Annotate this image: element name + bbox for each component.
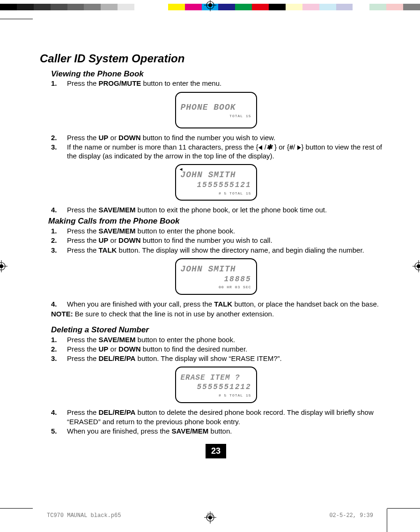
lcd-erase-item: ERASE ITEM ? 5555551212 # 5 TOTAL 15 bbox=[175, 367, 257, 403]
step-number: 1. bbox=[51, 79, 60, 88]
lcd-line1: PHONE BOOK bbox=[181, 102, 251, 113]
step-number: 2. bbox=[51, 236, 60, 245]
crop-mark bbox=[387, 508, 420, 509]
lcd-john-smith-number: ◀ JOHN SMITH 1555555121 # 5 TOTAL 15 bbox=[175, 164, 257, 201]
step: 5.When you are finished, press the SAVE/… bbox=[51, 427, 392, 435]
step: 1.Press the SAVE/MEM button to enter the… bbox=[51, 335, 392, 344]
lcd-line2: 18885 bbox=[181, 275, 251, 284]
lcd-status: # 5 TOTAL 15 bbox=[181, 393, 251, 398]
step-text: Press the SAVE/MEM button to enter the p… bbox=[67, 335, 392, 344]
step-number: 4. bbox=[51, 205, 60, 214]
note: NOTE: Be sure to check that the line is … bbox=[51, 309, 392, 318]
step-text: Press the UP or DOWN button to find the … bbox=[67, 345, 392, 353]
crop-mark bbox=[0, 508, 33, 509]
step-text: Press the DEL/RE/PA button. The display … bbox=[67, 354, 392, 363]
footer-date: 02-5-22, 9:39 bbox=[329, 512, 373, 519]
step: 4.Press the DEL/RE/PA button to delete t… bbox=[51, 408, 392, 426]
lcd-status: TOTAL 15 bbox=[181, 114, 251, 119]
step: 2. Press the UP or DOWN button to find t… bbox=[51, 133, 392, 142]
lcd-line1: JOHN SMITH bbox=[181, 170, 251, 180]
step: 2.Press the UP or DOWN button to find th… bbox=[51, 345, 392, 353]
step-number: 3. bbox=[51, 246, 60, 255]
page-title: Caller ID System Operation bbox=[40, 52, 392, 66]
crop-mark bbox=[0, 19, 33, 19]
step: 1. Press the PROG/MUTE button to enter t… bbox=[51, 79, 392, 88]
step-number: 4. bbox=[51, 408, 60, 426]
lcd-line2: 5555551212 bbox=[181, 382, 251, 392]
lcd-status: # 5 TOTAL 15 bbox=[181, 191, 251, 196]
step-text: Press the DEL/RE/PA button to delete the… bbox=[67, 408, 392, 426]
step-text: Press the PROG/MUTE button to enter the … bbox=[67, 79, 392, 88]
step-text: When you are finished, press the SAVE/ME… bbox=[67, 427, 392, 435]
lcd-line1: JOHN SMITH bbox=[181, 264, 251, 275]
triangle-left-icon bbox=[258, 145, 262, 150]
step-number: 2. bbox=[51, 133, 60, 142]
step-text: Press the SAVE/MEM button to exit the ph… bbox=[67, 205, 392, 214]
step: 3.Press the DEL/RE/PA button. The displa… bbox=[51, 354, 392, 363]
step: 2.Press the UP or DOWN button to find th… bbox=[51, 236, 392, 245]
page-number-box: 23 bbox=[40, 444, 392, 458]
registration-mark-top bbox=[204, 0, 216, 11]
lcd-line1: ERASE ITEM ? bbox=[181, 373, 251, 382]
crop-mark bbox=[387, 509, 387, 532]
registration-mark-right bbox=[413, 260, 420, 272]
step-number: 1. bbox=[51, 335, 60, 344]
step-text: Press the UP or DOWN button to find the … bbox=[67, 133, 392, 142]
page-number: 23 bbox=[206, 444, 226, 458]
lcd-left-arrow-icon: ◀ bbox=[180, 167, 183, 173]
step-number: 1. bbox=[51, 226, 60, 235]
step: 3.Press the TALK button. The display wil… bbox=[51, 246, 392, 255]
lcd-status: 00 HR 03 SEC bbox=[181, 285, 251, 290]
step-number: 3. bbox=[51, 142, 60, 160]
star-icon: ✱ bbox=[266, 143, 273, 151]
lcd-line2: 1555555121 bbox=[181, 180, 251, 190]
step-text: Press the TALK button. The display will … bbox=[67, 246, 392, 255]
step-number: 3. bbox=[51, 354, 60, 363]
step: 4.When you are finished with your call, … bbox=[51, 300, 392, 308]
step: 3. If the name or number is more than 11… bbox=[51, 142, 392, 160]
section-viewing-title: Viewing the Phone Book bbox=[51, 69, 392, 79]
section-delete-title: Deleting a Stored Number bbox=[51, 325, 392, 335]
step: 4. Press the SAVE/MEM button to exit the… bbox=[51, 205, 392, 214]
step-text: Press the UP or DOWN button to find the … bbox=[67, 236, 392, 245]
hash-icon: # bbox=[289, 143, 293, 151]
step-text: If the name or number is more than 11 ch… bbox=[67, 142, 392, 160]
page-content: Caller ID System Operation Viewing the P… bbox=[40, 52, 392, 487]
lcd-phone-book: PHONE BOOK TOTAL 15 bbox=[175, 92, 257, 128]
print-footer: TC970 MAUNAL black.p65 23 02-5-22, 9:39 bbox=[47, 512, 373, 519]
footer-page: 23 bbox=[206, 512, 213, 519]
step-number: 2. bbox=[51, 345, 60, 353]
section-calls-title: Making Calls from the Phone Book bbox=[48, 216, 392, 226]
step: 1.Press the SAVE/MEM button to enter the… bbox=[51, 226, 392, 235]
step-number: 5. bbox=[51, 427, 60, 435]
lcd-dialing: JOHN SMITH 18885 00 HR 03 SEC bbox=[175, 258, 257, 295]
footer-file: TC970 MAUNAL black.p65 bbox=[47, 512, 121, 519]
step-text: When you are finished with your call, pr… bbox=[67, 300, 392, 308]
registration-mark-left bbox=[0, 260, 7, 272]
step-text: Press the SAVE/MEM button to enter the p… bbox=[67, 226, 392, 235]
step-number: 4. bbox=[51, 300, 60, 308]
